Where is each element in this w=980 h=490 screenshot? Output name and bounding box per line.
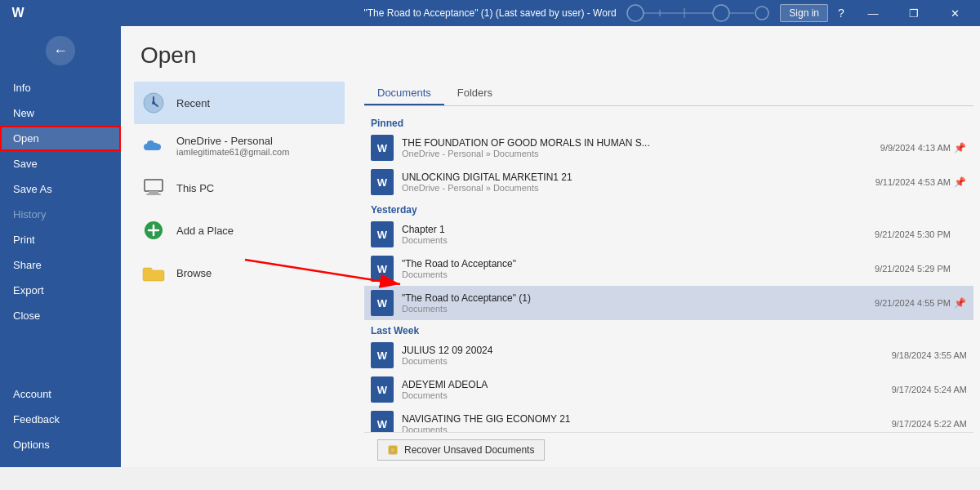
list-item[interactable]: W JULIUS 12 09 20024 Documents 9/18/2024… xyxy=(364,338,973,372)
word-file-icon: W xyxy=(371,256,394,282)
locations-panel: Recent OneDrive - Personal iamlegitimate… xyxy=(121,82,358,467)
sign-in-button[interactable]: Sign in xyxy=(780,4,828,22)
app-body: ← Info New Open Save Save As History Pri… xyxy=(0,26,980,467)
location-recent[interactable]: Recent xyxy=(134,82,345,124)
files-tabs: Documents Folders xyxy=(364,82,973,106)
word-file-icon: W xyxy=(371,342,394,368)
list-item[interactable]: W "The Road to Acceptance" Documents 9/2… xyxy=(364,252,973,286)
title-bar-title: "The Road to Acceptance" (1) (Last saved… xyxy=(363,7,616,19)
section-pinned: Pinned xyxy=(364,113,973,131)
monitor-icon xyxy=(140,175,167,201)
svg-rect-16 xyxy=(146,194,161,195)
location-onedrive[interactable]: OneDrive - Personal iamlegitimate61@gmai… xyxy=(134,124,345,167)
sidebar-item-saveas[interactable]: Save As xyxy=(0,176,121,202)
content-area: Open Recent xyxy=(121,26,980,467)
title-bar-controls: Sign in ? — ❐ ✕ xyxy=(623,0,973,26)
list-item[interactable]: W UNLOCKING DIGITAL MARKETIN1 21 OneDriv… xyxy=(364,165,973,199)
sidebar-item-save[interactable]: Save xyxy=(0,151,121,176)
list-item[interactable]: W Chapter 1 Documents 9/21/2024 5:30 PM xyxy=(364,217,973,252)
sidebar-item-feedback[interactable]: Feedback xyxy=(0,407,121,432)
sidebar-item-open[interactable]: Open xyxy=(0,126,121,151)
section-yesterday: Yesterday xyxy=(364,199,973,217)
word-file-icon: W xyxy=(371,135,394,161)
recover-bar: Recover Unsaved Documents xyxy=(364,432,973,467)
add-place-icon xyxy=(140,217,167,243)
restore-button[interactable]: ❐ xyxy=(895,0,933,26)
sidebar-item-new[interactable]: New xyxy=(0,100,121,126)
cloud-icon xyxy=(140,132,167,158)
sidebar-item-close[interactable]: Close xyxy=(0,303,121,328)
title-bar: W "The Road to Acceptance" (1) (Last sav… xyxy=(0,0,980,26)
list-item-selected[interactable]: W "The Road to Acceptance" (1) Documents… xyxy=(364,286,973,320)
page-title: Open xyxy=(121,26,980,82)
svg-rect-20 xyxy=(389,446,397,454)
back-button[interactable]: ← xyxy=(46,36,75,65)
folder-icon xyxy=(140,260,167,286)
sidebar-item-print[interactable]: Print xyxy=(0,227,121,252)
minimize-button[interactable]: — xyxy=(854,0,892,26)
word-file-icon: W xyxy=(371,411,394,432)
list-item[interactable]: W THE FOUNDATION OF GOOD MORALS IN HUMAN… xyxy=(364,131,973,165)
list-item[interactable]: W NAVIGATING THE GIG ECONOMY 21 Document… xyxy=(364,407,973,432)
word-file-icon: W xyxy=(371,376,394,403)
word-file-icon: W xyxy=(371,221,394,247)
pin-icon: 📌 xyxy=(954,176,967,188)
files-list-container: Pinned W THE FOUNDATION OF GOOD MORALS I… xyxy=(364,113,973,432)
tab-documents[interactable]: Documents xyxy=(364,82,444,105)
location-addplace[interactable]: Add a Place xyxy=(134,209,345,252)
recover-button[interactable]: Recover Unsaved Documents xyxy=(377,439,545,461)
clock-icon xyxy=(140,90,167,116)
svg-point-9 xyxy=(755,7,768,20)
sidebar-bottom: Account Feedback Options xyxy=(0,381,121,467)
pin-active-icon: 📌 xyxy=(954,297,967,309)
middle-panel: Recent OneDrive - Personal iamlegitimate… xyxy=(121,82,980,467)
tab-folders[interactable]: Folders xyxy=(444,82,506,105)
word-logo-icon: W xyxy=(7,2,29,24)
svg-point-0 xyxy=(627,5,644,21)
recover-icon xyxy=(388,444,399,456)
svg-point-6 xyxy=(713,5,729,21)
title-bar-left: W xyxy=(7,2,29,24)
files-panel: Documents Folders Pinned W THE FOUNDATIO… xyxy=(358,82,980,467)
svg-rect-15 xyxy=(149,191,158,194)
sidebar-item-history: History xyxy=(0,202,121,227)
word-file-icon: W xyxy=(371,290,394,316)
circuit-decoration xyxy=(623,3,770,23)
svg-rect-14 xyxy=(145,180,163,191)
sidebar-item-export[interactable]: Export xyxy=(0,278,121,303)
sidebar: ← Info New Open Save Save As History Pri… xyxy=(0,26,121,467)
sidebar-item-account[interactable]: Account xyxy=(0,381,121,407)
sidebar-item-share[interactable]: Share xyxy=(0,252,121,278)
sidebar-item-options[interactable]: Options xyxy=(0,432,121,457)
files-list: Pinned W THE FOUNDATION OF GOOD MORALS I… xyxy=(364,113,973,432)
location-browse[interactable]: Browse xyxy=(134,252,345,294)
help-button[interactable]: ? xyxy=(831,7,851,20)
pin-icon: 📌 xyxy=(954,142,967,154)
sidebar-item-info[interactable]: Info xyxy=(0,75,121,100)
close-button[interactable]: ✕ xyxy=(936,0,973,26)
section-lastweek: Last Week xyxy=(364,320,973,338)
svg-point-13 xyxy=(152,101,155,105)
location-thispc[interactable]: This PC xyxy=(134,167,345,209)
list-item[interactable]: W ADEYEMI ADEOLA Documents 9/17/2024 5:2… xyxy=(364,372,973,407)
word-file-icon: W xyxy=(371,169,394,195)
